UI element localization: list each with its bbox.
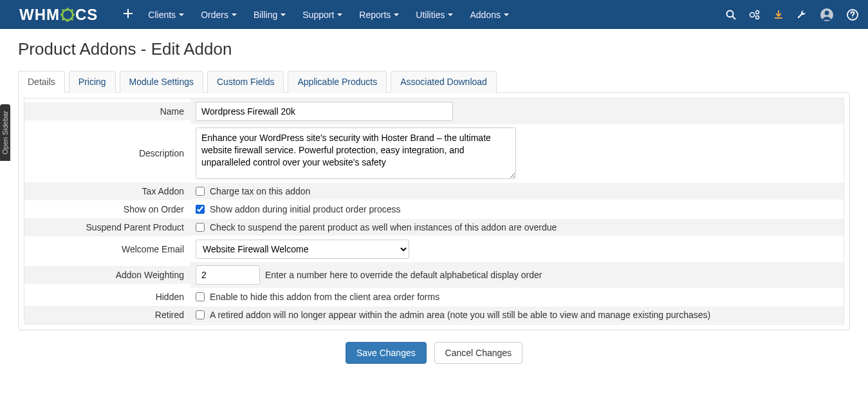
page-content: Product Addons - Edit Addon Details Pric… <box>0 29 868 383</box>
label-tax-addon: Tax Addon <box>24 182 190 200</box>
tab-applicable-products[interactable]: Applicable Products <box>288 71 387 93</box>
nav-menu: Clients Orders Billing Support Reports U… <box>117 5 517 24</box>
nav-billing[interactable]: Billing <box>246 6 293 24</box>
open-sidebar-tab[interactable]: Open Sidebar <box>0 104 10 161</box>
description-textarea[interactable] <box>196 127 516 179</box>
nav-reports[interactable]: Reports <box>351 6 407 24</box>
weighting-input[interactable] <box>196 265 260 285</box>
cogs-icon[interactable] <box>749 10 761 20</box>
tab-module-settings[interactable]: Module Settings <box>120 71 203 93</box>
chevron-down-icon <box>337 14 342 16</box>
svg-line-7 <box>71 18 73 20</box>
svg-point-1 <box>66 13 69 17</box>
svg-point-19 <box>852 17 853 18</box>
name-input[interactable] <box>196 102 453 121</box>
form-table: Name Description Tax Addon Charge tax on… <box>24 98 844 325</box>
label-retired: Retired <box>24 306 190 324</box>
gear-icon <box>60 8 75 22</box>
label-name: Name <box>24 102 190 120</box>
nav-utilities[interactable]: Utilities <box>408 6 461 24</box>
suspend-parent-text: Check to suspend the parent product as w… <box>210 222 557 232</box>
svg-line-9 <box>71 9 73 11</box>
chevron-down-icon <box>179 14 184 16</box>
svg-point-17 <box>825 10 829 15</box>
retired-checkbox[interactable] <box>196 310 205 319</box>
tax-addon-text: Charge tax on this addon <box>210 186 310 196</box>
tab-details[interactable]: Details <box>18 71 65 93</box>
svg-point-10 <box>727 10 734 17</box>
user-icon[interactable] <box>820 8 834 22</box>
save-button[interactable]: Save Changes <box>346 342 427 364</box>
svg-line-6 <box>62 9 64 11</box>
retired-text: A retired addon will no longer appear wi… <box>210 310 710 320</box>
topbar: WHM CS Clients Orders Billing Support Re… <box>0 0 868 29</box>
tab-pricing[interactable]: Pricing <box>69 71 116 93</box>
weighting-helper: Enter a number here to override the defa… <box>265 270 542 280</box>
label-weighting: Addon Weighting <box>24 266 190 284</box>
cancel-button[interactable]: Cancel Changes <box>434 342 523 364</box>
button-row: Save Changes Cancel Changes <box>18 342 850 364</box>
page-title: Product Addons - Edit Addon <box>18 39 850 59</box>
chevron-down-icon <box>504 14 509 16</box>
nav-support[interactable]: Support <box>295 6 350 24</box>
add-icon[interactable] <box>117 5 139 24</box>
welcome-email-select[interactable]: Website Firewall Welcome <box>196 240 409 259</box>
nav-clients[interactable]: Clients <box>140 6 192 24</box>
nav-right <box>726 8 858 22</box>
chevron-down-icon <box>232 14 237 16</box>
svg-point-14 <box>756 15 759 19</box>
wrench-icon[interactable] <box>797 10 807 20</box>
tab-panel: Name Description Tax Addon Charge tax on… <box>18 92 850 330</box>
chevron-down-icon <box>394 14 399 16</box>
brand-post: CS <box>75 6 98 24</box>
tabs: Details Pricing Module Settings Custom F… <box>18 71 850 93</box>
chevron-down-icon <box>448 14 453 16</box>
svg-line-11 <box>733 16 736 19</box>
nav-orders[interactable]: Orders <box>193 6 245 24</box>
svg-line-8 <box>62 18 64 20</box>
svg-point-12 <box>750 12 755 17</box>
tax-addon-checkbox[interactable] <box>196 187 205 196</box>
show-on-order-checkbox[interactable] <box>196 205 205 214</box>
help-icon[interactable] <box>847 9 858 21</box>
show-on-order-text: Show addon during initial product order … <box>210 204 401 214</box>
svg-point-13 <box>756 10 759 14</box>
search-icon[interactable] <box>726 10 736 20</box>
brand-pre: WHM <box>19 6 60 24</box>
nav-addons[interactable]: Addons <box>462 6 516 24</box>
label-welcome-email: Welcome Email <box>24 240 190 258</box>
label-hidden: Hidden <box>24 288 190 306</box>
label-suspend-parent: Suspend Parent Product <box>24 218 190 236</box>
suspend-parent-checkbox[interactable] <box>196 223 205 232</box>
svg-rect-15 <box>775 17 782 19</box>
tab-associated-download[interactable]: Associated Download <box>391 71 497 93</box>
hidden-checkbox[interactable] <box>196 292 205 301</box>
hidden-text: Enable to hide this addon from the clien… <box>210 292 439 302</box>
download-icon[interactable] <box>773 10 784 20</box>
label-show-on-order: Show on Order <box>24 200 190 218</box>
brand-logo[interactable]: WHM CS <box>19 6 98 24</box>
tab-custom-fields[interactable]: Custom Fields <box>207 71 284 93</box>
label-description: Description <box>24 144 190 162</box>
chevron-down-icon <box>281 14 286 16</box>
